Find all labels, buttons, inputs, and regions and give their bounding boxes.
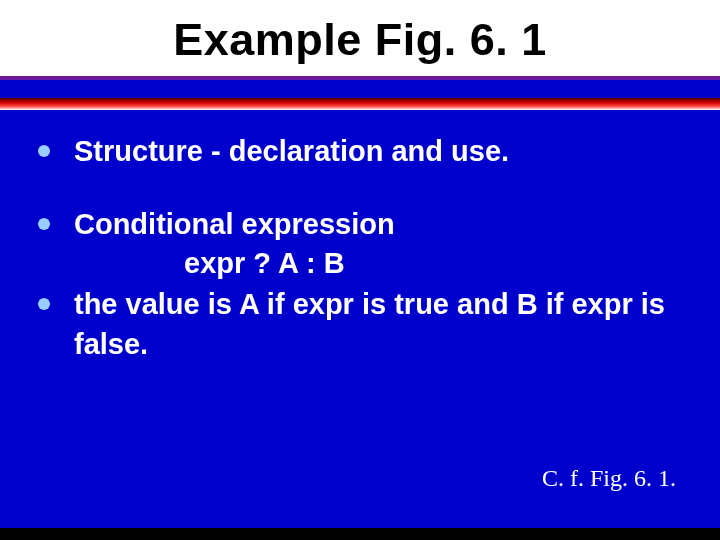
bullet-text: Conditional expression expr ? A : B — [74, 205, 682, 283]
bullet-dot-icon — [38, 218, 50, 230]
bullet-line-indent: expr ? A : B — [74, 247, 345, 279]
bullet-item: the value is A if expr is true and B if … — [38, 285, 682, 363]
bullet-dot-icon — [38, 145, 50, 157]
slide-title: Example Fig. 6. 1 — [0, 14, 720, 66]
bullet-item: Structure - declaration and use. — [38, 132, 682, 171]
divider-gap — [0, 80, 720, 98]
bullet-text: the value is A if expr is true and B if … — [74, 285, 682, 363]
title-block: Example Fig. 6. 1 — [0, 0, 720, 76]
content-area: Structure - declaration and use. Conditi… — [0, 110, 720, 364]
bottom-bar — [0, 528, 720, 540]
bullet-item: Conditional expression expr ? A : B — [38, 205, 682, 283]
bullet-text: Structure - declaration and use. — [74, 132, 682, 171]
footnote: C. f. Fig. 6. 1. — [542, 465, 676, 492]
bullet-dot-icon — [38, 298, 50, 310]
divider-red-gradient — [0, 98, 720, 110]
bullet-line: Conditional expression — [74, 208, 395, 240]
